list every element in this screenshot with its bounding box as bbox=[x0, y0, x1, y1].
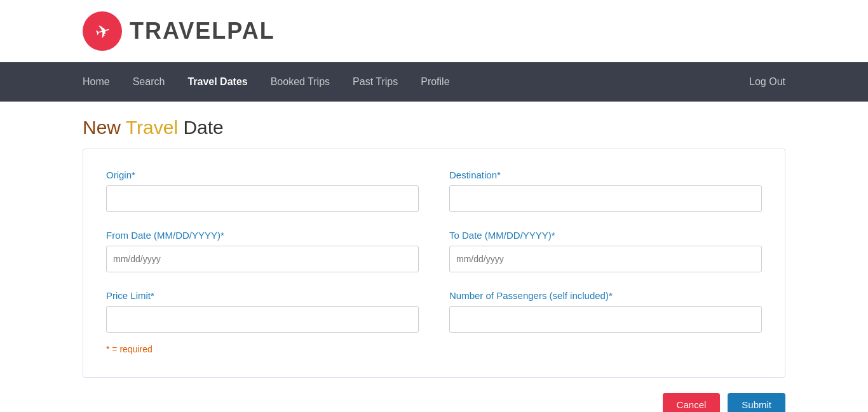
origin-group: Origin* bbox=[106, 169, 419, 212]
nav-past-trips[interactable]: Past Trips bbox=[353, 76, 398, 88]
passengers-label: Number of Passengers (self included)* bbox=[449, 290, 762, 301]
title-word-date: Date bbox=[183, 117, 223, 138]
to-date-group: To Date (MM/DD/YYYY)* bbox=[449, 230, 762, 272]
logo-text: TRAVELPAL bbox=[130, 18, 275, 44]
action-buttons: Cancel Submit bbox=[0, 393, 868, 412]
cancel-button[interactable]: Cancel bbox=[663, 393, 721, 412]
destination-label: Destination* bbox=[449, 169, 762, 180]
form-grid: Origin* Destination* From Date (MM/DD/YY… bbox=[106, 169, 762, 333]
plane-icon: ✈ bbox=[93, 19, 112, 43]
nav-search[interactable]: Search bbox=[133, 76, 165, 88]
destination-input[interactable] bbox=[449, 185, 762, 212]
logo-area: ✈ TRAVELPAL bbox=[0, 0, 868, 62]
passengers-input[interactable] bbox=[449, 306, 762, 333]
nav-booked-trips[interactable]: Booked Trips bbox=[271, 76, 330, 88]
nav-profile[interactable]: Profile bbox=[421, 76, 449, 88]
logout-button[interactable]: Log Out bbox=[749, 76, 785, 88]
from-date-input[interactable] bbox=[106, 246, 419, 272]
passengers-group: Number of Passengers (self included)* bbox=[449, 290, 762, 333]
to-date-input[interactable] bbox=[449, 246, 762, 272]
title-word-travel: Travel bbox=[126, 117, 178, 138]
destination-group: Destination* bbox=[449, 169, 762, 212]
origin-label: Origin* bbox=[106, 169, 419, 180]
price-limit-group: Price Limit* bbox=[106, 290, 419, 333]
from-date-label: From Date (MM/DD/YYYY)* bbox=[106, 230, 419, 241]
nav-home[interactable]: Home bbox=[83, 76, 110, 88]
title-word-new: New bbox=[83, 117, 121, 138]
nav-travel-dates[interactable]: Travel Dates bbox=[187, 76, 247, 88]
to-date-label: To Date (MM/DD/YYYY)* bbox=[449, 230, 762, 241]
page-title: New Travel Date bbox=[0, 102, 868, 149]
price-limit-input[interactable] bbox=[106, 306, 419, 333]
submit-button[interactable]: Submit bbox=[728, 393, 785, 412]
required-note: * = required bbox=[106, 344, 762, 354]
price-limit-label: Price Limit* bbox=[106, 290, 419, 301]
nav-links: Home Search Travel Dates Booked Trips Pa… bbox=[83, 76, 749, 88]
origin-input[interactable] bbox=[106, 185, 419, 212]
travel-date-form: Origin* Destination* From Date (MM/DD/YY… bbox=[83, 149, 785, 378]
logo-icon: ✈ bbox=[83, 11, 122, 51]
navbar: Home Search Travel Dates Booked Trips Pa… bbox=[0, 62, 868, 102]
from-date-group: From Date (MM/DD/YYYY)* bbox=[106, 230, 419, 272]
